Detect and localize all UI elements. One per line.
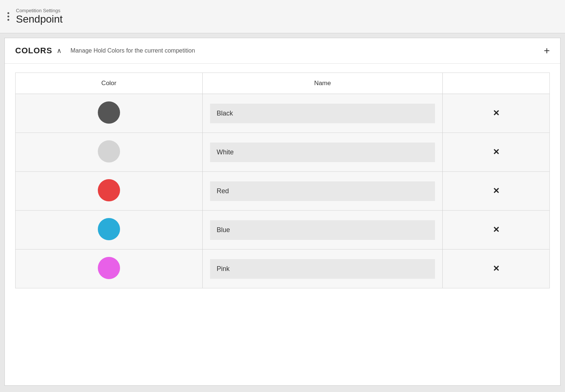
delete-cell: ✕ bbox=[443, 211, 549, 249]
delete-button[interactable]: ✕ bbox=[493, 264, 499, 274]
section-header: COLORS ∧ Manage Hold Colors for the curr… bbox=[5, 38, 560, 64]
table-row: ✕ bbox=[16, 249, 549, 288]
delete-cell: ✕ bbox=[443, 172, 549, 211]
add-color-button[interactable]: + bbox=[544, 46, 550, 56]
table-row: ✕ bbox=[16, 94, 549, 133]
table-header-row: Color Name bbox=[16, 73, 549, 94]
color-circle[interactable] bbox=[98, 101, 120, 124]
column-header-action bbox=[443, 73, 549, 94]
name-input[interactable] bbox=[210, 181, 435, 201]
color-table-wrapper: Color Name ✕✕✕✕✕ bbox=[15, 73, 550, 288]
color-table-body: ✕✕✕✕✕ bbox=[16, 94, 549, 288]
color-cell bbox=[16, 211, 202, 249]
color-circle[interactable] bbox=[98, 140, 120, 163]
name-input[interactable] bbox=[210, 104, 435, 123]
name-cell bbox=[202, 172, 442, 211]
delete-cell: ✕ bbox=[443, 94, 549, 133]
header-subtitle: Competition Settings bbox=[16, 8, 63, 13]
header-title: Sendpoint bbox=[16, 13, 63, 25]
delete-cell: ✕ bbox=[443, 133, 549, 172]
color-circle[interactable] bbox=[98, 179, 120, 201]
color-cell bbox=[16, 133, 202, 172]
name-input[interactable] bbox=[210, 143, 435, 162]
section-description: Manage Hold Colors for the current compe… bbox=[70, 47, 195, 54]
header-title-group: Competition Settings Sendpoint bbox=[16, 8, 63, 25]
main-content: COLORS ∧ Manage Hold Colors for the curr… bbox=[4, 38, 561, 386]
column-header-color: Color bbox=[16, 73, 202, 94]
delete-cell: ✕ bbox=[443, 249, 549, 288]
color-circle[interactable] bbox=[98, 257, 120, 279]
name-cell bbox=[202, 249, 442, 288]
color-cell bbox=[16, 94, 202, 133]
name-cell bbox=[202, 211, 442, 249]
name-input[interactable] bbox=[210, 259, 435, 279]
delete-button[interactable]: ✕ bbox=[493, 186, 499, 196]
color-table: Color Name ✕✕✕✕✕ bbox=[16, 73, 549, 288]
color-cell bbox=[16, 172, 202, 211]
table-row: ✕ bbox=[16, 172, 549, 211]
table-row: ✕ bbox=[16, 211, 549, 249]
header: Competition Settings Sendpoint bbox=[0, 0, 565, 33]
name-cell bbox=[202, 133, 442, 172]
table-row: ✕ bbox=[16, 133, 549, 172]
delete-button[interactable]: ✕ bbox=[493, 108, 499, 118]
section-title: COLORS bbox=[15, 46, 52, 56]
color-cell bbox=[16, 249, 202, 288]
name-input[interactable] bbox=[210, 220, 435, 240]
menu-dots-icon[interactable] bbox=[7, 12, 9, 21]
delete-button[interactable]: ✕ bbox=[493, 225, 499, 235]
column-header-name: Name bbox=[202, 73, 442, 94]
delete-button[interactable]: ✕ bbox=[493, 147, 499, 157]
color-circle[interactable] bbox=[98, 218, 120, 240]
collapse-icon[interactable]: ∧ bbox=[57, 47, 62, 55]
name-cell bbox=[202, 94, 442, 133]
